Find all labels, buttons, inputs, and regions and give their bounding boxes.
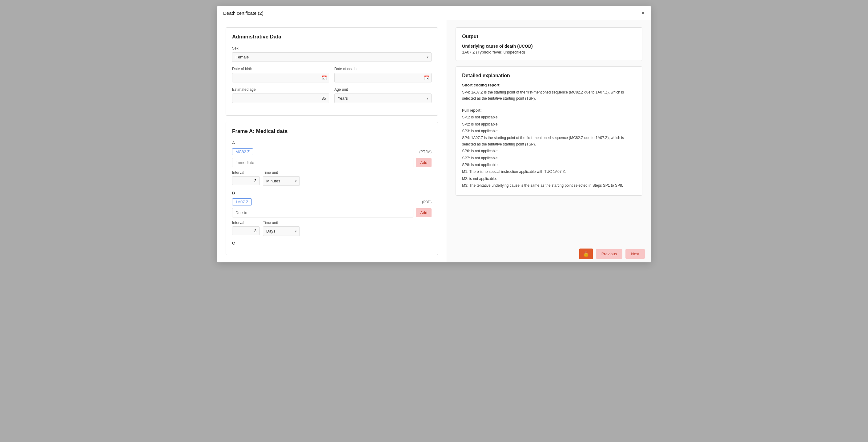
dod-group: Date of death 📅 [334,67,432,82]
est-age-label: Estimated age [232,87,329,92]
row-c-label: C [232,241,432,245]
row-a-label: A [232,141,432,145]
row-a-diagnosis-row: MC82.Z (PT2M) [232,148,432,155]
row-b-pt-label: (P3D) [422,200,432,204]
medical-section-title: Frame A: Medical data [232,128,432,134]
explanation-title: Detailed explanation [462,73,636,78]
row-a-time-unit-label: Time unit [263,170,300,175]
row-a-input-row: Add [232,158,432,167]
full-report-line: SP1: is not applicable. [462,114,636,120]
short-coding-label: Short coding report [462,83,636,87]
row-a-input[interactable] [232,158,413,167]
row-b-label: B [232,191,432,195]
modal-footer: 🔒 Previous Next [573,245,651,262]
modal-title: Death certificate (2) [223,10,264,16]
row-b-time-unit-wrapper: Minutes Hours Days Weeks Months Years [263,226,300,236]
dob-input[interactable] [232,73,329,82]
age-unit-select-wrapper: Years Months Days Hours [334,94,432,103]
short-coding-text: SP4: 1A07.Z is the starting point of the… [462,89,636,102]
dob-label: Date of birth [232,67,329,71]
row-b-diagnosis-row: 1A07.Z (P3D) [232,198,432,205]
ucod-value: 1A07.Z (Typhoid fever, unspecified) [462,50,636,55]
row-b-interval-label: Interval [232,220,260,225]
row-a-interval-row: Interval 2 Time unit Minutes Hours Days [232,170,432,186]
sex-select[interactable]: Female Male Unknown [232,52,432,62]
output-card: Output Underlying cause of death (UCOD) … [456,27,642,61]
left-panel: Administrative Data Sex Female Male Unkn… [217,20,447,262]
sex-label: Sex [232,46,432,50]
full-report-line: SP2: is not applicable. [462,121,636,127]
lock-icon: 🔒 [583,251,589,257]
full-report: Full report: SP1: is not applicable.SP2:… [462,107,636,189]
full-report-label: Full report: [462,108,482,112]
age-unit-label: Age unit [334,87,432,92]
age-unit-select[interactable]: Years Months Days Hours [334,94,432,103]
est-age-group: Estimated age 85 [232,87,329,103]
row-c: C [232,241,432,245]
full-report-line: SP4: 1A07.Z is the starting point of the… [462,135,636,147]
full-report-line: SP6: is not applicable. [462,148,636,154]
row-b-add-button[interactable]: Add [416,208,432,217]
right-panel: Output Underlying cause of death (UCOD) … [447,20,651,262]
sex-group: Sex Female Male Unknown [232,46,432,62]
row-a-time-unit-wrapper: Minutes Hours Days Weeks Months Years [263,176,300,186]
medical-data-card: Frame A: Medical data A MC82.Z (PT2M) Ad… [226,122,438,255]
dod-label: Date of death [334,67,432,71]
close-button[interactable]: × [641,10,645,16]
row-a-time-unit-group: Time unit Minutes Hours Days Weeks Month… [263,170,300,186]
row-a: A MC82.Z (PT2M) Add Interval 2 [232,141,432,186]
dob-group: Date of birth 📅 [232,67,329,82]
next-button[interactable]: Next [625,249,645,259]
admin-data-card: Administrative Data Sex Female Male Unkn… [226,27,438,116]
est-age-input[interactable]: 85 [232,94,329,103]
row-b-code-chip[interactable]: 1A07.Z [232,198,252,205]
row-b-interval-group: Interval 3 [232,220,260,236]
explanation-card: Detailed explanation Short coding report… [456,66,642,196]
row-b-time-unit-label: Time unit [263,220,300,225]
age-row: Estimated age 85 Age unit Years Months D… [232,87,432,103]
dob-input-wrapper: 📅 [232,73,329,82]
row-a-add-button[interactable]: Add [416,158,432,167]
row-a-interval-group: Interval 2 [232,170,260,186]
row-b-time-unit-group: Time unit Minutes Hours Days Weeks Month… [263,220,300,236]
row-a-time-unit-select[interactable]: Minutes Hours Days Weeks Months Years [263,176,300,186]
row-a-code-chip[interactable]: MC82.Z [232,148,253,155]
row-b-time-unit-select[interactable]: Minutes Hours Days Weeks Months Years [263,226,300,236]
dod-input-wrapper: 📅 [334,73,432,82]
modal-body: Administrative Data Sex Female Male Unkn… [217,20,651,262]
full-report-line: M3: The tentative underlying cause is th… [462,182,636,189]
row-a-pt-label: (PT2M) [419,150,432,154]
lock-button[interactable]: 🔒 [579,248,593,259]
full-report-line: SP7: is not applicable. [462,155,636,161]
full-report-line: SP8: is not applicable. [462,162,636,168]
dod-input[interactable] [334,73,432,82]
row-b-interval-input[interactable]: 3 [232,226,260,235]
row-b-input-row: Add [232,208,432,217]
ucod-label: Underlying cause of death (UCOD) [462,44,636,48]
full-report-line: SP3: is not applicable. [462,128,636,134]
full-report-lines: SP1: is not applicable.SP2: is not appli… [462,114,636,189]
modal-header: Death certificate (2) × [217,6,651,20]
row-a-interval-input[interactable]: 2 [232,176,260,185]
output-title: Output [462,34,636,39]
age-unit-group: Age unit Years Months Days Hours [334,87,432,103]
row-b: B 1A07.Z (P3D) Add Interval 3 [232,191,432,236]
admin-section-title: Administrative Data [232,34,432,40]
full-report-line: M1: There is no special instruction appl… [462,169,636,175]
full-report-line: M2: is not applicable. [462,176,636,182]
row-a-interval-label: Interval [232,170,260,175]
row-b-input[interactable] [232,208,413,217]
row-b-interval-row: Interval 3 Time unit Minutes Hours Days [232,220,432,236]
death-certificate-modal: Death certificate (2) × Administrative D… [217,6,651,262]
previous-button[interactable]: Previous [596,249,623,259]
dates-row: Date of birth 📅 Date of death 📅 [232,67,432,82]
sex-select-wrapper: Female Male Unknown [232,52,432,62]
